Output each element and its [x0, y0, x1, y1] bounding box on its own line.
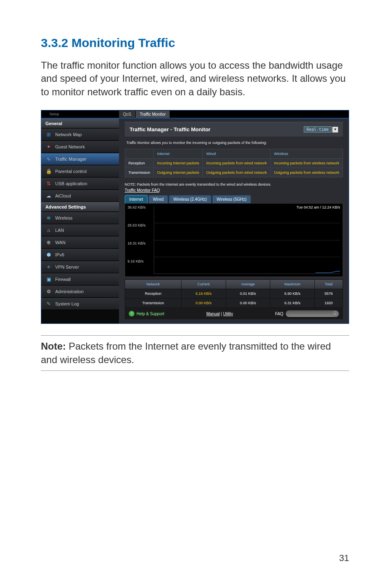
- stat-header: Average: [226, 280, 270, 289]
- legend-cell[interactable]: Outgoing Internet packets: [154, 168, 203, 177]
- y-axis-label: 9.16 KB/s: [128, 259, 143, 263]
- stat-row-name: Reception: [125, 289, 182, 298]
- legend-cell[interactable]: Outgoing packets from wireless network: [271, 168, 343, 177]
- stat-header: Current: [182, 280, 226, 289]
- sidebar-icon: ∿: [45, 156, 52, 162]
- setup-label: Setup: [41, 112, 119, 116]
- sidebar-icon: ⇅: [45, 180, 52, 187]
- chevron-down-icon: ▼: [332, 127, 338, 132]
- legend-header-blank: [125, 149, 154, 159]
- sidebar-item-label: Firewall: [55, 277, 71, 282]
- utility-link[interactable]: Utility: [223, 312, 233, 316]
- legend-cell[interactable]: Incoming packets from wired network: [203, 159, 271, 168]
- stat-cell: 6.90 KB/s: [270, 289, 315, 298]
- stat-header: Total: [315, 280, 343, 289]
- sidebar-icon: ⚙: [45, 288, 52, 295]
- packet-note: NOTE: Packets from the Internet are even…: [125, 180, 343, 188]
- sidebar: General ⊞Network Map✦Guest Network∿Traff…: [41, 119, 119, 323]
- sidebar-item[interactable]: ≋Wireless: [41, 212, 119, 224]
- sidebar-item[interactable]: ∿Traffic Manager: [41, 153, 119, 165]
- subtab-wireless-5[interactable]: Wireless (5GHz): [212, 195, 251, 203]
- sidebar-item-label: Wireless: [55, 215, 72, 220]
- traffic-monitor-faq-link[interactable]: Traffic Monitor FAQ: [125, 188, 160, 193]
- sidebar-item[interactable]: 🔒Parental control: [41, 165, 119, 177]
- legend-header-wireless: Wireless: [271, 149, 343, 159]
- subtab-bar: Internet Wired Wireless (2.4GHz) Wireles…: [125, 195, 343, 203]
- sidebar-item-label: Traffic Manager: [55, 157, 86, 162]
- subtab-wired[interactable]: Wired: [148, 195, 168, 203]
- sidebar-icon: ▣: [45, 276, 52, 283]
- subtab-wireless-24[interactable]: Wireless (2.4GHz): [169, 195, 211, 203]
- sidebar-item-label: AiCloud: [55, 193, 71, 198]
- chart-line-reception: [316, 271, 340, 273]
- stats-table: Network Current Average Maximum Total Re…: [125, 279, 343, 308]
- sidebar-item-label: System Log: [55, 301, 79, 306]
- sidebar-item[interactable]: ⊞Network Map: [41, 128, 119, 141]
- sidebar-item-label: Administration: [55, 289, 84, 294]
- tab-qos[interactable]: QoS: [119, 111, 135, 118]
- sidebar-item[interactable]: ✧VPN Server: [41, 261, 119, 273]
- legend-cell[interactable]: Incoming packets from wireless network: [271, 159, 343, 168]
- sidebar-icon: ✦: [45, 144, 52, 150]
- legend-header-internet: Internet: [154, 149, 203, 159]
- legend-cell[interactable]: Outgoing packets from wired network: [203, 168, 271, 177]
- sidebar-item-label: WAN: [55, 240, 65, 245]
- manual-link[interactable]: Manual: [206, 312, 220, 316]
- intro-paragraph: The traffic monitor function allows you …: [41, 59, 349, 99]
- tab-traffic-monitor[interactable]: Traffic Monitor: [136, 111, 170, 118]
- page-number: 31: [339, 553, 349, 563]
- sidebar-icon: ☁: [45, 193, 52, 199]
- sidebar-item[interactable]: ✦Guest Network: [41, 141, 119, 153]
- stat-header: Network: [125, 280, 182, 289]
- sidebar-icon: ⌂: [45, 227, 52, 233]
- legend-row-reception: Reception: [125, 159, 154, 168]
- help-icon: ?: [129, 311, 134, 316]
- sidebar-item-label: LAN: [55, 228, 64, 233]
- sidebar-item-label: Network Map: [55, 132, 82, 137]
- sidebar-icon: ≋: [45, 215, 52, 221]
- sidebar-icon: ⬢: [45, 251, 52, 258]
- stat-cell: 1920: [315, 298, 343, 308]
- stat-cell: 0.01 KB/s: [226, 289, 270, 298]
- sidebar-heading-general: General: [41, 119, 119, 128]
- chart-plot-area: [154, 206, 340, 274]
- sidebar-item[interactable]: ☁AiCloud: [41, 190, 119, 202]
- stat-cell: 0.00 KB/s: [182, 298, 226, 308]
- sidebar-icon: ⊞: [45, 131, 52, 138]
- sidebar-icon: ✧: [45, 264, 52, 270]
- sidebar-item[interactable]: ⚙Administration: [41, 285, 119, 298]
- sidebar-item-label: Parental control: [55, 169, 87, 174]
- y-axis-label: 25.63 KB/s: [128, 223, 146, 227]
- faq-label: FAQ: [275, 312, 283, 316]
- y-axis-label: 36.62 KB/s: [128, 205, 146, 209]
- stat-row-name: Transmission: [125, 298, 182, 308]
- realtime-dropdown[interactable]: Real-time ▼: [304, 126, 338, 132]
- sidebar-icon: ✎: [45, 301, 52, 307]
- realtime-label: Real-time: [304, 126, 332, 132]
- faq-search: FAQ ⌕: [275, 310, 339, 317]
- search-icon[interactable]: ⌕: [332, 311, 338, 316]
- stat-cell: 6.16 KB/s: [182, 289, 226, 298]
- sidebar-item-label: USB application: [55, 181, 87, 186]
- sidebar-item[interactable]: ✎System Log: [41, 298, 119, 310]
- sidebar-item[interactable]: ⊕WAN: [41, 236, 119, 249]
- footer-links: Manual | Utility: [206, 312, 233, 316]
- sidebar-item[interactable]: ⌂LAN: [41, 224, 119, 236]
- sidebar-item-label: VPN Server: [55, 265, 79, 269]
- traffic-chart: Tue 04:52 am / 12.24 KB/s 36.62 KB/s 25.…: [125, 203, 343, 277]
- faq-search-input[interactable]: ⌕: [286, 310, 339, 317]
- subtab-internet[interactable]: Internet: [125, 195, 148, 203]
- sidebar-icon: ⊕: [45, 239, 52, 246]
- panel-description: Traffic Monitor allows you to monitor th…: [125, 137, 343, 149]
- sidebar-item-label: IPv6: [55, 252, 64, 257]
- stat-cell: 0.00 KB/s: [226, 298, 270, 308]
- legend-header-wired: Wired: [203, 149, 271, 159]
- help-support[interactable]: ? Help & Support: [129, 311, 164, 316]
- sidebar-item[interactable]: ▣Firewall: [41, 273, 119, 285]
- sidebar-item-label: Guest Network: [55, 144, 85, 149]
- sidebar-item[interactable]: ⬢IPv6: [41, 249, 119, 261]
- panel-header: Traffic Manager - Traffic Monitor Real-t…: [125, 122, 343, 137]
- sidebar-item[interactable]: ⇅USB application: [41, 177, 119, 190]
- legend-cell[interactable]: Incoming Internet packets: [154, 159, 203, 168]
- sidebar-icon: 🔒: [45, 168, 52, 175]
